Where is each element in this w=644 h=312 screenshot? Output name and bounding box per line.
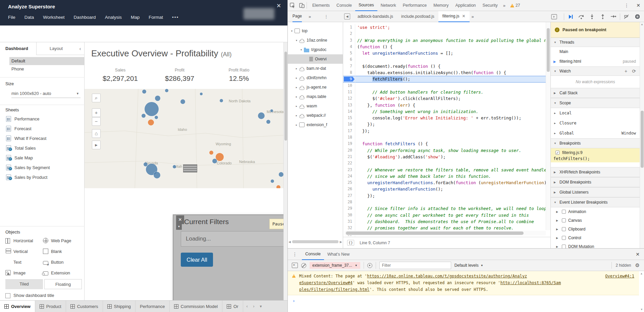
tree-expander-icon[interactable]: ▸: [294, 95, 299, 98]
thread-main[interactable]: Main: [551, 47, 640, 56]
map-pan-icon[interactable]: ▸: [92, 141, 101, 149]
line-number[interactable]: 12: [343, 95, 355, 102]
devtools-tab-sources[interactable]: Sources: [355, 0, 377, 11]
sheet-tab-shipping[interactable]: Shipping: [103, 301, 136, 312]
floating-button[interactable]: Floating: [44, 279, 82, 289]
line-number[interactable]: 2: [343, 31, 355, 37]
section-scope[interactable]: ▼Scope: [551, 98, 640, 108]
menu-format[interactable]: Format: [149, 15, 163, 20]
scope-closure[interactable]: ▶Closure: [551, 118, 640, 128]
tree-expander-icon[interactable]: ▸: [294, 67, 299, 70]
tree-expander-icon[interactable]: ▾: [294, 39, 299, 42]
collapse-pane-icon[interactable]: ‹: [76, 42, 85, 55]
line-number[interactable]: 17: [343, 128, 355, 134]
sheet-item-sales-by-product[interactable]: ✓Sales by Product: [0, 172, 85, 182]
event-breakpoint-control[interactable]: ▶Control: [551, 233, 640, 242]
line-number[interactable]: 26: [343, 186, 355, 192]
section-breakpoints[interactable]: ▼Breakpoints: [551, 138, 640, 148]
show-dashboard-title-checkbox[interactable]: [5, 293, 10, 298]
file-tab-filtering.js[interactable]: filtering.js✕: [438, 11, 470, 22]
breakpoint-checkbox[interactable]: ✓: [555, 151, 559, 155]
line-number[interactable]: 11: [343, 89, 355, 95]
console-close-icon[interactable]: ✕: [631, 252, 644, 257]
map-zoom-in-icon[interactable]: +: [92, 108, 101, 117]
line-number[interactable]: 99: [343, 76, 355, 82]
hide-navigator-icon[interactable]: ◀: [344, 13, 350, 19]
navigator-menu-icon[interactable]: ⋮: [324, 11, 328, 22]
line-number[interactable]: 7: [343, 63, 355, 69]
sheet-tab-commission-model[interactable]: Commission Model: [170, 301, 223, 312]
tree-item-extension-f[interactable]: ▸extension_f: [288, 120, 343, 129]
object-blank[interactable]: Blank: [43, 248, 62, 255]
tree-item-Overvi[interactable]: Overvi: [288, 54, 343, 64]
object-button[interactable]: Button: [43, 258, 64, 266]
message-link[interactable]: https://10az.online.tableau.com/t/gpsdoc…: [367, 274, 527, 278]
event-breakpoint-clipboard[interactable]: ▶Clipboard: [551, 225, 640, 233]
object-vertical[interactable]: Vertical: [5, 248, 28, 255]
message-link[interactable]: eSuperstore/Overview#4: [299, 280, 353, 285]
object-menu-icon[interactable]: ▼: [176, 224, 182, 230]
line-number[interactable]: 13: [343, 102, 355, 108]
pretty-print-icon[interactable]: {}: [347, 240, 354, 246]
scroll-right-icon[interactable]: ▶: [340, 240, 342, 244]
object-web[interactable]: Web Page: [43, 237, 71, 244]
step-over-icon[interactable]: [577, 13, 586, 21]
message-source-link[interactable]: Overview#4:1: [605, 273, 634, 279]
clear-console-icon[interactable]: [301, 263, 306, 268]
issues-warning-badge[interactable]: 27: [507, 3, 523, 8]
devtools-tab-application[interactable]: Application: [452, 0, 479, 11]
tree-expander-icon[interactable]: ▾: [299, 48, 303, 51]
console-menu-icon[interactable]: ⋮: [288, 252, 302, 257]
line-number[interactable]: 16: [343, 121, 355, 127]
sheet-tab-overview[interactable]: Overview: [0, 301, 35, 312]
scope-global[interactable]: ▶GlobalWindow: [551, 128, 640, 138]
menu-data[interactable]: Data: [24, 15, 34, 20]
canvas-scrollbar[interactable]: [283, 42, 287, 300]
scroll-up-icon[interactable]: ▲: [641, 23, 643, 26]
device-phone-item[interactable]: Phone: [9, 65, 84, 73]
sheet-item-sale-map[interactable]: ✓Sale Map: [0, 153, 85, 163]
tree-expander-icon[interactable]: ▸: [294, 123, 299, 126]
tree-expander-icon[interactable]: ▾: [290, 30, 294, 33]
event-breakpoint-checkbox[interactable]: [562, 210, 566, 214]
devtools-tab-network[interactable]: Network: [377, 0, 399, 11]
log-levels-dropdown[interactable]: Default levels ▼: [454, 263, 483, 268]
line-number[interactable]: 5: [343, 50, 355, 56]
hidden-messages-count[interactable]: 2 hidden: [616, 263, 631, 268]
sheet-item-forecast[interactable]: Forecast: [0, 124, 85, 134]
line-number[interactable]: 8: [343, 69, 355, 76]
line-number[interactable]: 20: [343, 147, 355, 154]
event-breakpoint-checkbox[interactable]: [562, 227, 566, 231]
tiled-button[interactable]: Tiled: [5, 279, 43, 289]
tree-item-d3nlfzmrhn[interactable]: ▸d3nlfzmrhn: [288, 73, 343, 83]
pause-on-exceptions-icon[interactable]: [633, 13, 642, 21]
map-zoom-out-icon[interactable]: −: [92, 117, 101, 126]
device-toolbar-icon[interactable]: [297, 3, 307, 8]
line-number[interactable]: 21: [343, 154, 355, 160]
section-watch[interactable]: ▼Watch + ⟳: [551, 66, 640, 76]
message-link[interactable]: http://localhost:8765/Sam: [500, 280, 561, 285]
tab-whats-new[interactable]: What's New: [324, 249, 353, 260]
more-tabs-icon[interactable]: »: [501, 3, 507, 8]
devtools-tab-console[interactable]: Console: [333, 0, 355, 11]
event-breakpoint-checkbox[interactable]: [562, 218, 566, 222]
tree-item-maps-table[interactable]: ▸maps.table: [288, 92, 343, 101]
line-number[interactable]: 29: [343, 205, 355, 212]
file-tab-adblock-bandaids.js[interactable]: adblock-bandaids.js: [354, 11, 397, 22]
menu-analysis[interactable]: Analysis: [105, 15, 122, 20]
devtools-tab-security[interactable]: Security: [479, 0, 501, 11]
devtools-tab-memory[interactable]: Memory: [430, 0, 452, 11]
live-expression-eye-icon[interactable]: [367, 263, 372, 268]
section-event-listener-breakpoints[interactable]: ▼Event Listener Breakpoints: [551, 197, 640, 207]
sheet-tab-product[interactable]: Product: [35, 301, 66, 312]
line-number[interactable]: 18: [343, 134, 355, 141]
line-number[interactable]: 32: [343, 225, 355, 231]
file-tab-include.postload.js[interactable]: include.postload.js: [397, 11, 438, 22]
line-number[interactable]: 6: [343, 56, 355, 63]
tree-item-10az-online[interactable]: ▾10az.online: [288, 36, 343, 45]
add-watch-icon[interactable]: +: [625, 68, 627, 74]
message-link[interactable]: ples/Filtering/filtering.html: [299, 287, 370, 292]
object-horizontal[interactable]: Horizontal: [5, 237, 33, 244]
sheet-item-sales-by-segment[interactable]: ✓Sales by Segment: [0, 163, 85, 172]
event-breakpoint-animation[interactable]: ▶Animation: [551, 207, 640, 216]
